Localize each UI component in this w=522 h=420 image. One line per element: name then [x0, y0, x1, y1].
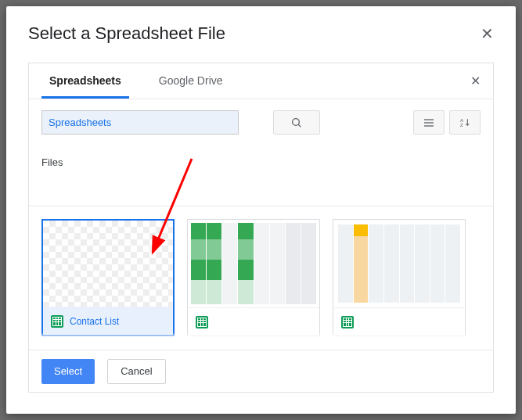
svg-text:Z: Z: [460, 123, 463, 127]
tab-google-drive[interactable]: Google Drive: [151, 63, 231, 99]
tab-spreadsheets[interactable]: Spreadsheets: [41, 63, 129, 99]
svg-rect-4: [424, 125, 434, 126]
action-bar: Select Cancel: [29, 350, 493, 392]
toolbar: AZ: [29, 99, 493, 145]
list-icon: [423, 117, 435, 129]
files-grid: Contact List: [41, 206, 487, 336]
sort-az-icon: AZ: [459, 117, 471, 129]
svg-point-0: [293, 118, 300, 125]
picker-panel: Spreadsheets Google Drive ✕ AZ Files: [28, 63, 494, 393]
search-button[interactable]: [273, 110, 320, 135]
close-icon: ✕: [470, 74, 481, 88]
svg-rect-3: [424, 122, 434, 123]
sort-az-button[interactable]: AZ: [449, 110, 481, 135]
cancel-button[interactable]: Cancel: [107, 359, 165, 384]
file-thumbnail: [43, 221, 173, 307]
file-picker-dialog: Select a Spreadsheet File ✕ Spreadsheets…: [6, 6, 516, 414]
select-button[interactable]: Select: [41, 359, 95, 384]
dialog-title: Select a Spreadsheet File: [28, 23, 225, 44]
sheets-icon: [196, 316, 208, 328]
file-thumbnail: [333, 220, 465, 307]
files-section-label: Files: [29, 145, 493, 173]
sheets-icon: [341, 316, 354, 328]
sheets-icon: [51, 315, 63, 328]
dialog-header: Select a Spreadsheet File ✕: [6, 6, 516, 50]
watermark: wsxdn.com: [473, 407, 514, 415]
file-footer: Contact List: [43, 307, 173, 335]
file-card[interactable]: [333, 219, 466, 336]
file-card[interactable]: [187, 219, 320, 336]
close-icon: ✕: [481, 25, 494, 42]
file-thumbnail: [188, 220, 319, 307]
search-icon: [290, 117, 303, 129]
file-footer: [333, 307, 465, 336]
view-toggle-group: AZ: [413, 110, 481, 135]
picker-close-button[interactable]: ✕: [470, 74, 481, 88]
file-name: Contact List: [70, 316, 119, 327]
svg-rect-2: [424, 119, 434, 120]
dialog-close-button[interactable]: ✕: [481, 26, 494, 41]
svg-text:A: A: [460, 117, 463, 122]
files-scroll-area[interactable]: Contact List: [29, 206, 493, 350]
list-view-button[interactable]: [413, 110, 445, 135]
tab-bar: Spreadsheets Google Drive ✕: [29, 63, 493, 99]
search-input[interactable]: [41, 110, 239, 135]
file-card[interactable]: Contact List: [41, 219, 175, 336]
file-footer: [188, 307, 319, 336]
svg-line-1: [298, 124, 301, 127]
